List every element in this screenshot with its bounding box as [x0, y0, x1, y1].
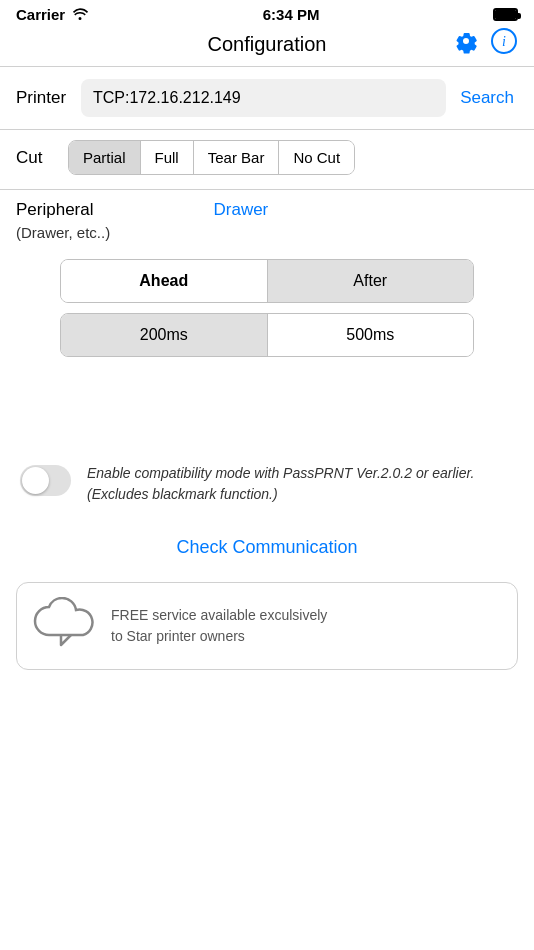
cut-option-nocut[interactable]: No Cut	[279, 141, 354, 174]
peripheral-section: Peripheral Drawer (Drawer, etc..)	[0, 190, 534, 245]
ahead-button[interactable]: Ahead	[61, 260, 268, 302]
svg-text:i: i	[502, 34, 506, 49]
printer-row: Printer Search	[0, 67, 534, 129]
cloud-icon	[33, 597, 97, 655]
cut-options-group: Partial Full Tear Bar No Cut	[68, 140, 355, 175]
toggle-thumb	[22, 467, 49, 494]
cut-option-partial[interactable]: Partial	[69, 141, 141, 174]
ahead-after-toggle: Ahead After	[60, 259, 474, 303]
cut-option-tearbar[interactable]: Tear Bar	[194, 141, 280, 174]
cloud-banner-text: FREE service available exculsively to St…	[111, 605, 327, 647]
wifi-icon	[71, 6, 89, 23]
compatibility-section: Enable compatibility mode with PassPRNT …	[0, 447, 534, 521]
status-time: 6:34 PM	[263, 6, 320, 23]
cut-option-full[interactable]: Full	[141, 141, 194, 174]
status-bar: Carrier 6:34 PM	[0, 0, 534, 27]
after-button[interactable]: After	[268, 260, 474, 302]
printer-label: Printer	[16, 88, 71, 108]
cloud-line2: to Star printer owners	[111, 626, 327, 647]
cut-row: Cut Partial Full Tear Bar No Cut	[0, 130, 534, 189]
peripheral-label: Peripheral	[16, 200, 94, 220]
toggle-section: Ahead After 200ms 500ms	[0, 245, 534, 367]
cloud-banner: FREE service available exculsively to St…	[16, 582, 518, 670]
compatibility-text: Enable compatibility mode with PassPRNT …	[87, 463, 475, 505]
cut-label: Cut	[16, 148, 56, 168]
check-communication-button[interactable]: Check Communication	[176, 537, 357, 558]
cloud-line1: FREE service available exculsively	[111, 605, 327, 626]
timing-toggle: 200ms 500ms	[60, 313, 474, 357]
printer-input[interactable]	[81, 79, 446, 117]
500ms-button[interactable]: 500ms	[268, 314, 474, 356]
gear-icon[interactable]	[452, 27, 480, 62]
compatibility-toggle[interactable]	[20, 465, 71, 496]
carrier-label: Carrier	[16, 6, 65, 23]
search-button[interactable]: Search	[456, 88, 518, 108]
200ms-button[interactable]: 200ms	[61, 314, 268, 356]
check-communication-section: Check Communication	[0, 521, 534, 574]
battery-icon	[493, 8, 518, 21]
drawer-link[interactable]: Drawer	[214, 200, 269, 220]
header: Configuration i	[0, 27, 534, 66]
peripheral-sub-label: (Drawer, etc..)	[16, 224, 518, 241]
info-icon[interactable]: i	[490, 27, 518, 62]
page-title: Configuration	[208, 33, 327, 56]
